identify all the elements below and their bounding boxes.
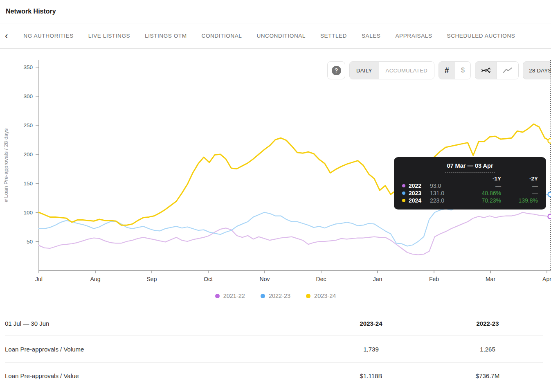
y-tick-label: 50 <box>27 239 33 245</box>
chart-legend: 2021-22 2022-23 2023-24 <box>0 293 551 299</box>
legend-label: 2022-23 <box>269 293 290 299</box>
y-axis-title: # Loan Pre-approvals / 28 days <box>3 128 9 202</box>
x-tick-label: Feb <box>429 276 439 282</box>
tooltip-date-range: 07 Mar — 03 Apr <box>402 162 538 169</box>
series-end-marker-2023-24 <box>548 139 551 143</box>
dollar-icon: $ <box>461 67 465 74</box>
tooltip-pct-1y: 40.86% <box>459 190 501 196</box>
row-label: Loan Pre-approvals / Volume <box>5 346 310 353</box>
y-tick-label: 250 <box>23 122 33 128</box>
summary-table: 01 Jul — 30 Jun 2023-24 2022-23 Loan Pre… <box>0 311 551 389</box>
zigzag-line-icon <box>503 66 513 74</box>
hash-icon: # <box>445 66 449 75</box>
chevron-left-icon[interactable]: ‹ <box>4 32 9 41</box>
tab-scheduled-auctions[interactable]: SCHEDULED AUCTIONS <box>447 33 515 39</box>
x-tick-label: Apr <box>542 276 551 282</box>
legend-dot-purple <box>215 294 220 298</box>
series-line-2021-22 <box>39 212 550 255</box>
x-tick-label: Nov <box>260 276 270 282</box>
y-tick-label: 200 <box>23 151 33 158</box>
page-title: Network History <box>6 8 56 15</box>
y-tick-label: 300 <box>23 93 33 99</box>
tab-listings-otm[interactable]: LISTINGS OTM <box>145 33 187 39</box>
summary-col-2023-24: 2023-24 <box>310 320 432 327</box>
legend-label: 2023-24 <box>314 293 336 299</box>
tooltip-col-minus-2y: -2Y <box>501 176 538 182</box>
style-option-raw[interactable] <box>497 62 518 79</box>
value-2022-23: $736.7M <box>432 372 543 379</box>
line-style-toggle <box>475 61 519 79</box>
tooltip-value: 131.0 <box>430 190 459 196</box>
unit-option-count[interactable]: # <box>439 62 455 79</box>
x-tick-label: Oct <box>204 276 213 282</box>
tab-ng-authorities[interactable]: NG AUTHORITIES <box>23 33 73 39</box>
legend-item-2023-24[interactable]: 2023-24 <box>306 293 336 299</box>
series-dot-2024 <box>402 199 405 202</box>
tooltip-table: -1Y -2Y 2022 93.0 — — 2023 131.0 40.86% … <box>402 176 538 204</box>
tooltip-pct-1y: — <box>459 182 501 189</box>
legend-label: 2021-22 <box>223 293 245 299</box>
tab-conditional[interactable]: CONDITIONAL <box>202 33 242 39</box>
tooltip-pct-2y: — <box>501 182 538 189</box>
volume-2022-23: 1,265 <box>432 346 543 353</box>
legend-item-2021-22[interactable]: 2021-22 <box>215 293 245 299</box>
volume-2023-24: 1,739 <box>310 346 432 353</box>
table-row-value: Loan Pre-approvals / Value $1.118B $736.… <box>5 363 543 389</box>
unit-option-dollar[interactable]: $ <box>455 62 470 79</box>
tab-live-listings[interactable]: LIVE LISTINGS <box>88 33 130 39</box>
tab-unconditional[interactable]: UNCONDITIONAL <box>256 33 306 39</box>
tab-appraisals[interactable]: APPRAISALS <box>395 33 432 39</box>
chart-controls: ? DAILY ACCUMULATED # $ <box>327 61 551 79</box>
tooltip-year: 2024 <box>409 197 430 204</box>
y-tick-label: 350 <box>23 64 33 70</box>
tooltip-divider <box>445 172 495 173</box>
summary-header-row: 01 Jul — 30 Jun 2023-24 2022-23 <box>5 311 543 336</box>
tooltip-value: 223.0 <box>430 197 459 204</box>
legend-dot-blue <box>261 294 265 298</box>
mode-toggle: DAILY ACCUMULATED <box>349 61 434 79</box>
tooltip-pct-2y: — <box>501 190 538 196</box>
tooltip-pct-1y: 70.23% <box>459 197 501 204</box>
chart-area: 50100150200250300350JulAugSepOctNovDecJa… <box>0 49 551 311</box>
y-tick-label: 150 <box>23 180 33 187</box>
mode-option-accumulated[interactable]: ACCUMULATED <box>379 62 434 79</box>
x-tick-label: Mar <box>486 276 495 282</box>
range-button[interactable]: 28 DAYS <box>523 61 551 79</box>
style-option-smoothed[interactable] <box>475 62 497 79</box>
legend-item-2022-23[interactable]: 2022-23 <box>261 293 290 299</box>
tab-sales[interactable]: SALES <box>362 33 381 39</box>
row-label: Loan Pre-approvals / Value <box>5 372 310 379</box>
series-dot-2023 <box>402 191 405 195</box>
series-dot-2022 <box>402 184 405 187</box>
summary-period: 01 Jul — 30 Jun <box>5 320 310 327</box>
tooltip-year: 2023 <box>409 190 430 196</box>
question-mark-icon: ? <box>332 66 341 75</box>
unit-toggle: # $ <box>439 61 471 79</box>
series-end-marker-2021-22 <box>548 214 551 219</box>
table-row-volume: Loan Pre-approvals / Volume 1,739 1,265 <box>5 336 543 363</box>
tooltip-col-minus-1y: -1Y <box>459 176 501 182</box>
value-2023-24: $1.118B <box>310 372 432 379</box>
x-tick-label: Aug <box>90 276 101 282</box>
summary-col-2022-23: 2022-23 <box>432 320 543 327</box>
chart-tooltip: 07 Mar — 03 Apr -1Y -2Y 2022 93.0 — — 20… <box>394 157 546 210</box>
smoothed-lines-icon <box>481 66 491 74</box>
x-tick-label: Sep <box>147 276 157 282</box>
mode-option-daily[interactable]: DAILY <box>350 62 379 79</box>
help-button[interactable]: ? <box>327 61 345 79</box>
x-tick-label: Jul <box>35 276 43 282</box>
tooltip-pct-2y: 139.8% <box>501 197 538 204</box>
series-end-marker-2022-23 <box>548 192 551 197</box>
legend-dot-yellow <box>306 294 310 298</box>
tooltip-value: 93.0 <box>430 182 459 189</box>
x-tick-label: Jan <box>373 276 382 282</box>
x-tick-label: Dec <box>316 276 326 282</box>
tab-settled[interactable]: SETTLED <box>320 33 347 39</box>
tooltip-year: 2022 <box>409 182 430 189</box>
y-tick-label: 100 <box>23 210 33 216</box>
page-header: Network History <box>0 0 551 23</box>
tab-bar: ‹ NG AUTHORITIES LIVE LISTINGS LISTINGS … <box>0 23 551 49</box>
